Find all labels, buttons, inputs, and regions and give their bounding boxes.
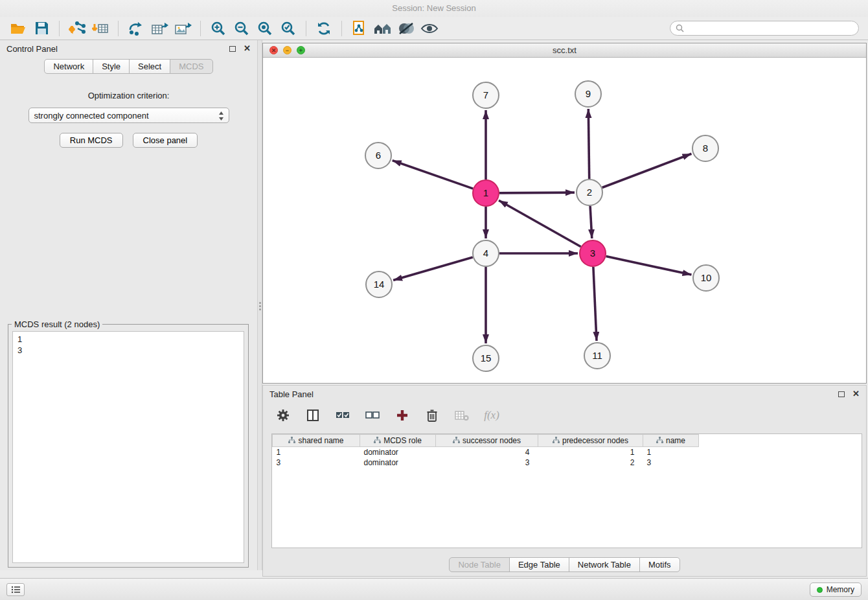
search-input[interactable] (687, 24, 853, 33)
tab-mcds[interactable]: MCDS (170, 59, 212, 74)
show-columns-button[interactable] (304, 407, 321, 424)
window-close-button[interactable]: ✕ (269, 46, 278, 54)
toolbar-separator (306, 21, 306, 36)
graph-node-10[interactable]: 10 (693, 265, 719, 291)
tab-network[interactable]: Network (44, 59, 93, 74)
import-network-button[interactable] (65, 19, 89, 38)
zoom-in-icon (211, 21, 226, 36)
save-session-button[interactable] (30, 19, 53, 38)
delete-table-button[interactable] (453, 407, 470, 424)
graph-edge-2-3[interactable] (590, 206, 592, 238)
graph-node-9[interactable]: 9 (575, 81, 601, 107)
float-table-panel-icon[interactable] (838, 391, 845, 397)
export-table-icon (151, 21, 168, 36)
tab-select[interactable]: Select (129, 59, 170, 74)
graph-node-11[interactable]: 11 (584, 343, 610, 369)
add-row-button[interactable] (394, 407, 411, 424)
window-minimize-button[interactable]: − (283, 46, 291, 54)
table-cell[interactable]: 1 (273, 447, 360, 457)
table-cell[interactable]: 3 (643, 457, 699, 468)
node-table[interactable]: shared nameMCDS rolesuccessor nodesprede… (271, 433, 862, 548)
export-table-button[interactable] (148, 19, 171, 38)
delete-table-icon (455, 410, 469, 421)
graph-node-7[interactable]: 7 (473, 82, 499, 108)
zoom-out-button[interactable] (230, 19, 253, 38)
splitter-handle[interactable] (259, 301, 261, 312)
run-mcds-button[interactable]: Run MCDS (60, 133, 123, 148)
deselect-all-button[interactable] (364, 407, 381, 424)
graph-node-3[interactable]: 3 (580, 240, 606, 266)
copy-network-button[interactable] (348, 19, 371, 38)
open-session-button[interactable] (6, 19, 30, 38)
refresh-view-button[interactable] (312, 19, 336, 38)
table-row[interactable]: 3dominator323 (273, 457, 699, 468)
table-row[interactable]: 1dominator411 (273, 447, 699, 457)
zoom-in-button[interactable] (207, 19, 230, 38)
graph-node-6[interactable]: 6 (365, 143, 391, 168)
export-network-button[interactable] (124, 19, 148, 38)
tab-edge-table[interactable]: Edge Table (509, 557, 569, 572)
show-hide-panel-button[interactable] (418, 19, 441, 38)
graph-node-4[interactable]: 4 (473, 240, 499, 266)
table-cell[interactable]: 4 (436, 447, 538, 457)
table-cell[interactable]: 3 (273, 457, 360, 468)
svg-text:9: 9 (586, 88, 591, 99)
graph-node-15[interactable]: 15 (473, 345, 499, 371)
tab-style[interactable]: Style (93, 59, 130, 74)
graph-edge-3-1[interactable] (499, 200, 581, 246)
status-bar: Memory (0, 578, 868, 600)
tab-motifs[interactable]: Motifs (639, 557, 680, 572)
graph-edge-1-2[interactable] (499, 192, 575, 193)
close-panel-icon[interactable]: ✕ (244, 45, 251, 52)
table-settings-button[interactable] (275, 407, 291, 424)
graph-edge-3-11[interactable] (593, 267, 597, 341)
graph-node-8[interactable]: 8 (692, 135, 718, 161)
table-cell[interactable]: 1 (538, 447, 643, 457)
tab-network-table[interactable]: Network Table (569, 557, 640, 572)
panel-list-button[interactable] (6, 583, 25, 596)
table-cell[interactable]: 1 (643, 447, 699, 457)
window-zoom-button[interactable]: + (297, 46, 305, 54)
style-compare-button[interactable] (394, 19, 418, 38)
graph-edge-2-9[interactable] (588, 109, 589, 179)
export-image-button[interactable] (171, 19, 194, 38)
select-all-button[interactable] (334, 407, 351, 424)
network-graph-canvas[interactable]: 7968124314101511 (263, 58, 866, 383)
column-header-name[interactable]: name (643, 435, 699, 447)
network-view-title: scc.txt (553, 45, 577, 55)
zoom-fit-button[interactable] (253, 19, 277, 38)
delete-row-button[interactable] (424, 407, 440, 424)
criterion-dropdown[interactable]: strongly connected component (29, 108, 229, 123)
graph-edge-1-6[interactable] (393, 161, 474, 189)
column-header-shared-name[interactable]: shared name (273, 435, 360, 447)
import-table-icon (92, 21, 109, 36)
panel-splitter[interactable] (257, 40, 262, 570)
zoom-selected-button[interactable] (277, 19, 300, 38)
function-builder-button[interactable]: f(x) (483, 407, 500, 424)
toolbar-separator (59, 21, 60, 36)
table-cell[interactable]: 2 (538, 457, 643, 468)
table-cell[interactable]: dominator (360, 457, 436, 468)
float-panel-icon[interactable] (229, 46, 236, 52)
graph-node-14[interactable]: 14 (366, 271, 392, 297)
network-overview-button[interactable] (371, 19, 394, 38)
close-panel-button[interactable]: Close panel (133, 133, 198, 148)
import-table-button[interactable] (89, 19, 112, 38)
memory-button[interactable]: Memory (810, 583, 862, 597)
column-header-predecessor-nodes[interactable]: predecessor nodes (538, 435, 643, 447)
table-cell[interactable]: dominator (360, 447, 436, 457)
graph-edge-2-8[interactable] (602, 154, 692, 187)
column-header-successor-nodes[interactable]: successor nodes (436, 435, 538, 447)
graph-edge-3-10[interactable] (606, 257, 692, 275)
table-cell[interactable]: 3 (436, 457, 538, 468)
graph-node-2[interactable]: 2 (577, 179, 602, 205)
tab-node-table[interactable]: Node Table (449, 557, 510, 572)
column-header-MCDS-role[interactable]: MCDS role (360, 435, 436, 447)
graph-edge-4-14[interactable] (393, 257, 473, 281)
save-disk-icon (35, 21, 49, 35)
search-box[interactable] (670, 21, 859, 36)
toolbar-separator (200, 21, 201, 36)
close-table-panel-icon[interactable]: ✕ (852, 391, 860, 397)
mcds-result-list[interactable]: 13 (12, 331, 244, 563)
graph-node-1[interactable]: 1 (473, 180, 499, 206)
